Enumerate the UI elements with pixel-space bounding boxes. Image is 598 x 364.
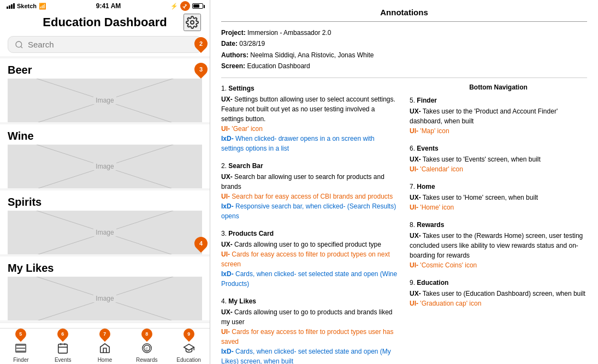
annotations-right: Bottom Navigation 5. Finder UX- Takes us… [410, 83, 587, 364]
spirits-title: Spirits [8, 196, 202, 208]
beer-title: Beer [8, 64, 202, 76]
carrier-label: Sketch [17, 3, 37, 9]
phone-panel: Sketch 📶 9:41 AM ⚡ 1 Education Dashboard [0, 0, 210, 364]
rewards-label: Rewards [136, 357, 157, 363]
svg-point-0 [191, 21, 194, 24]
nav-item-home[interactable]: 7 Home [84, 329, 126, 364]
ann-item-2: 2. Search Bar UX- Search bar allowing us… [221, 161, 399, 221]
wifi-icon: 📶 [39, 3, 46, 10]
my-likes-image: Image [8, 277, 202, 320]
ann-item-8: 8. Rewards UX- Takes user to the (Reward… [410, 220, 587, 270]
nav-badge-7: 7 [97, 326, 113, 342]
settings-button[interactable] [183, 14, 201, 31]
beer-image: Image [8, 79, 202, 122]
nav-item-rewards[interactable]: 8 C Rewards [126, 329, 168, 364]
annotations-body: 1. Settings UX- Settings button allowing… [221, 83, 587, 364]
ann-item-9: 9. Education UX- Takes user to (Educatio… [410, 278, 587, 308]
education-label: Education [176, 357, 200, 363]
ann-item-5: 5. Finder UX- Takes user to the 'Product… [410, 96, 587, 136]
nav-item-education[interactable]: 9 Education [168, 329, 210, 364]
ann-item-4: 4. My Likes UX- Cards allowing user to g… [221, 296, 399, 364]
my-likes-title: My Likes [8, 262, 202, 275]
wine-image: Image [8, 145, 202, 188]
rewards-icon: C [141, 342, 153, 356]
bluetooth-icon: ⚡ [170, 3, 178, 10]
search-bar[interactable] [8, 36, 202, 53]
annotations-title: Annotations [221, 8, 587, 22]
education-icon [183, 342, 195, 356]
svg-text:C: C [145, 346, 149, 351]
status-right: ⚡ 1 [170, 1, 203, 11]
annotations-panel: Annotations Project: Immersion - Ambassa… [210, 0, 598, 364]
wine-card[interactable]: Wine Image [0, 124, 210, 188]
home-label: Home [98, 357, 113, 363]
app-header: Education Dashboard [0, 12, 210, 33]
battery-icon [192, 3, 203, 9]
my-likes-card[interactable]: My Likes Image [0, 256, 210, 320]
wine-title: Wine [8, 130, 202, 142]
spirits-image: Image [8, 211, 202, 254]
nav-item-events[interactable]: 6 Events [42, 329, 84, 364]
annotations-left: 1. Settings UX- Settings button allowing… [221, 83, 399, 364]
coins-banner[interactable]: C Learn about how to redeem Cosmic Coins… [0, 323, 210, 328]
home-icon [99, 342, 111, 356]
products-section: 3 Beer Image Wine Image Spirits Ima [0, 58, 210, 320]
search-input[interactable] [28, 40, 195, 49]
status-left: Sketch 📶 [7, 3, 46, 10]
nav-item-finder[interactable]: 5 Finder [0, 329, 42, 364]
spirits-card[interactable]: Spirits Image 4 [0, 190, 210, 254]
ann-item-7: 7. Home UX- Takes user to 'Home' screen,… [410, 182, 587, 212]
content-scroll[interactable]: 3 Beer Image Wine Image Spirits Ima [0, 56, 210, 328]
nav-badge-5: 5 [13, 326, 28, 342]
nav-badge-9: 9 [181, 326, 196, 342]
battery-badge: 1 [180, 1, 190, 11]
signal-bars [7, 3, 15, 9]
bottom-nav-heading: Bottom Navigation [410, 83, 587, 91]
beer-card[interactable]: Beer Image [0, 58, 210, 122]
ann-item-3: 3. Products Card UX- Cards allowing user… [221, 229, 399, 289]
ann-item-1: 1. Settings UX- Settings button allowing… [221, 83, 399, 153]
events-icon [57, 342, 69, 356]
svg-line-2 [21, 46, 22, 48]
search-icon [15, 40, 23, 49]
svg-point-1 [16, 41, 22, 47]
ann-item-6: 6. Events UX- Takes user to 'Events' scr… [410, 144, 587, 174]
nav-badge-8: 8 [139, 326, 155, 342]
finder-icon [15, 342, 27, 356]
search-bar-container: 2 [0, 33, 210, 56]
nav-badge-6: 6 [55, 326, 70, 342]
status-bar: Sketch 📶 9:41 AM ⚡ 1 [0, 0, 210, 12]
project-info: Project: Immersion - Ambassador 2.0 Date… [221, 27, 587, 78]
page-title: Education Dashboard [43, 15, 167, 29]
events-label: Events [55, 357, 72, 363]
finder-label: Finder [13, 357, 28, 363]
time-display: 9:41 AM [96, 2, 121, 10]
bottom-nav: 5 Finder 6 Ev [0, 328, 210, 364]
svg-rect-7 [58, 344, 68, 353]
